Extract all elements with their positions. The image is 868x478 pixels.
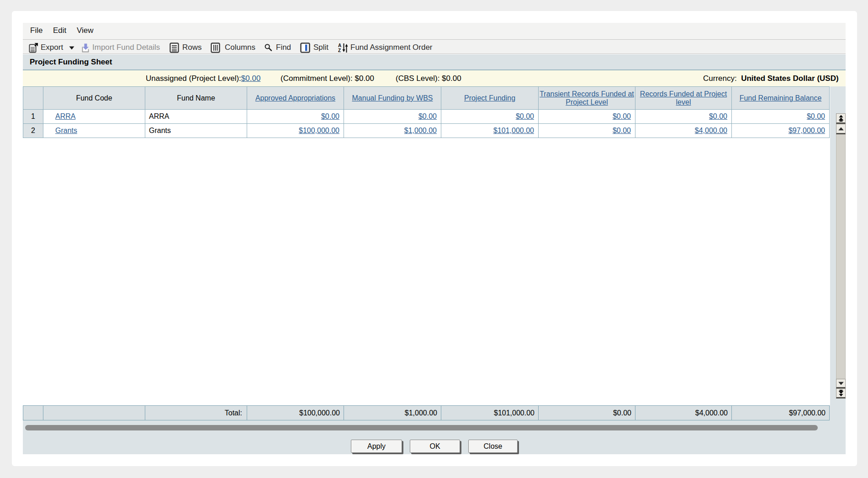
svg-text:Z: Z bbox=[338, 48, 341, 53]
svg-text:A: A bbox=[338, 43, 341, 48]
